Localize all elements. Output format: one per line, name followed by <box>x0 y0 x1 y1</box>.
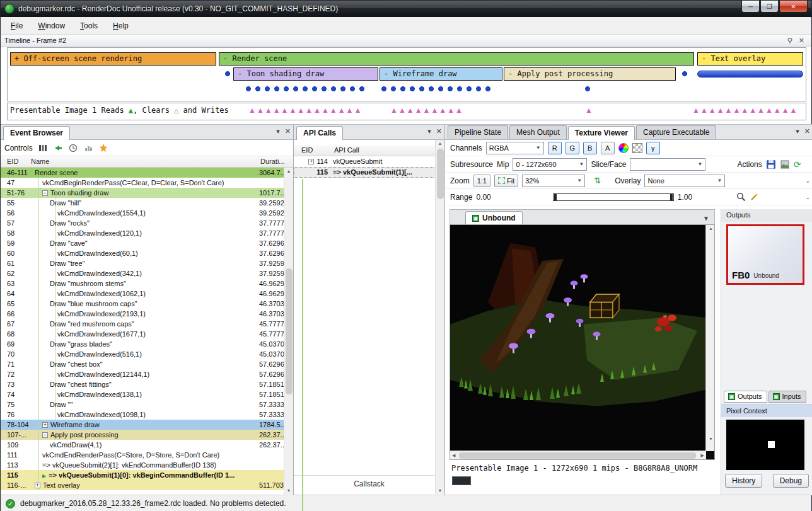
refresh-icon[interactable]: ⟳ <box>794 160 801 169</box>
texture-vertical-scrollbar[interactable]: ▲ ▼ <box>705 225 714 451</box>
api-call-row[interactable]: +114vkQueueSubmit <box>294 156 444 167</box>
timeline-draw-bar[interactable] <box>697 71 803 78</box>
draw-call-dot[interactable] <box>340 86 345 91</box>
timeline-resource-row[interactable]: Presentable Image 1 Reads ▲, Clears △ an… <box>7 103 806 120</box>
event-row[interactable]: 67Draw "red mushroom caps"45.77778 <box>1 319 293 329</box>
draw-call-dot[interactable] <box>391 86 396 91</box>
event-row[interactable]: 56vkCmdDrawIndexed(1554,1)39.25926 <box>1 208 293 218</box>
timeline-block-render-scene[interactable]: - Render scene <box>219 52 694 66</box>
event-row[interactable]: 46-111Render scene3064.7... <box>1 168 293 178</box>
tab-mesh-output[interactable]: Mesh Output <box>509 125 567 139</box>
time-draws-icon[interactable] <box>68 143 78 153</box>
draw-call-dot[interactable] <box>322 86 327 91</box>
red-channel-button[interactable]: R <box>548 142 562 154</box>
timeline-block-offscreen[interactable]: + Off-screen scene rendering <box>10 52 216 66</box>
event-row[interactable]: 109vkCmdDraw(4,1)262.37... <box>1 440 293 450</box>
event-row[interactable]: 78-104+Wireframe draw1784.5... <box>1 420 293 430</box>
event-row[interactable]: 69Draw "grass blades"45.03704 <box>1 339 293 349</box>
draw-call-dot[interactable] <box>246 86 251 91</box>
panel-close-icon[interactable]: ✕ <box>285 127 291 135</box>
event-row[interactable]: 71Draw "chest box"57.62963 <box>1 359 293 369</box>
event-row[interactable]: 72vkCmdDrawIndexed(12144,1)57.62963 <box>1 369 293 379</box>
event-row[interactable]: 64vkCmdDrawIndexed(1062,1)46.96296 <box>1 289 293 299</box>
alpha-channel-button[interactable]: A <box>601 142 615 154</box>
pixel-context-view[interactable] <box>726 420 804 470</box>
menu-window[interactable]: Window <box>30 19 72 33</box>
api-calls-column-header[interactable]: EID API Call <box>294 145 444 156</box>
event-row[interactable]: 116-...+Text overlay511.7037 <box>1 480 293 490</box>
overlay-combo[interactable]: None▼ <box>644 175 725 187</box>
blue-channel-button[interactable]: B <box>583 142 597 154</box>
texture-horizontal-scrollbar[interactable]: ◀ ▶ <box>450 451 706 459</box>
draw-call-dot[interactable] <box>359 86 364 91</box>
tab-texture-viewer[interactable]: Texture Viewer <box>568 126 635 140</box>
timeline-block-toon-shading[interactable]: - Toon shading draw <box>233 67 378 81</box>
draw-call-dot[interactable] <box>485 86 490 91</box>
event-browser-scrollbar[interactable]: ▲ ▼ <box>284 168 293 494</box>
menu-tools[interactable]: Tools <box>72 19 105 33</box>
column-eid[interactable]: EID <box>294 145 333 156</box>
event-row[interactable]: 107-...−Apply post processing262.37... <box>1 430 293 440</box>
timeline-dot-run-2[interactable] <box>381 86 490 91</box>
event-row[interactable]: 68vkCmdDrawIndexed(1677,1)45.77778 <box>1 329 293 339</box>
flip-y-icon[interactable]: ⇅ <box>594 176 601 185</box>
tab-pipeline-state[interactable]: Pipeline State <box>448 125 508 139</box>
range-min-handle[interactable] <box>554 194 557 200</box>
draw-call-dot[interactable] <box>265 86 270 91</box>
menu-file[interactable]: File <box>3 19 30 33</box>
writes-triangle-run-4[interactable]: ▲▲▲▲▲▲▲▲▲▲▲▲▲ <box>692 106 798 115</box>
draw-call-dot[interactable] <box>585 86 590 91</box>
maximize-button[interactable]: ❐ <box>760 1 779 13</box>
goto-eid-icon[interactable] <box>53 143 63 153</box>
tab-outputs[interactable]: ▣Outputs <box>724 391 767 403</box>
expand-expander-icon[interactable]: + <box>308 159 314 164</box>
event-row[interactable]: 66vkCmdDrawIndexed(2193,1)46.37037 <box>1 309 293 319</box>
draw-call-dot[interactable] <box>284 86 289 91</box>
draw-call-dot[interactable] <box>429 86 434 91</box>
export-texture-icon[interactable] <box>780 159 790 169</box>
event-row[interactable]: 70vkCmdDrawIndexed(516,1)45.03704 <box>1 349 293 359</box>
draw-call-dot[interactable] <box>255 86 260 91</box>
api-call-row[interactable]: 115=> vkQueueSubmit(1)[... <box>294 167 444 178</box>
timeline-dot-run-3[interactable] <box>585 86 590 91</box>
minimize-button[interactable]: ─ <box>741 1 760 13</box>
panel-menu-chevron-icon[interactable]: ▾ <box>427 127 431 135</box>
timeline-block-wireframe[interactable]: - Wireframe draw <box>380 67 502 81</box>
timeline-block-post-processing[interactable]: - Apply post processing <box>504 67 676 81</box>
tab-api-calls[interactable]: API Calls <box>296 126 343 140</box>
event-row[interactable]: 59Draw "cave"37.62963 <box>1 238 293 248</box>
columns-icon[interactable] <box>38 143 48 153</box>
tab-unbound-texture[interactable]: ▣ Unbound <box>465 211 523 224</box>
timeline-dot-run-1[interactable] <box>246 86 364 91</box>
autofit-wand-icon[interactable] <box>750 192 759 202</box>
fit-button[interactable]: Fit <box>494 175 518 187</box>
event-row[interactable]: 61Draw "tree"37.92593 <box>1 258 293 268</box>
event-row[interactable]: 55Draw "hill"39.25926 <box>1 198 293 208</box>
event-row[interactable]: 47vkCmdBeginRenderPass(C=Clear, D=Clear,… <box>1 178 293 188</box>
expand-expander-icon[interactable]: + <box>42 422 48 428</box>
title-bar[interactable]: debugmarker.rdc - RenderDoc Unofficial r… <box>1 1 811 17</box>
zoom-percent-combo[interactable]: 32%▼ <box>522 175 585 187</box>
event-row[interactable]: 65Draw "blue mushroom caps"46.37037 <box>1 299 293 309</box>
toolbar-overflow-icon[interactable]: ⌄ <box>805 194 810 200</box>
panel-menu-chevron-icon[interactable]: ▾ <box>276 127 280 135</box>
fb0-thumbnail[interactable]: FB0 Unbound <box>726 224 804 285</box>
writes-triangle-run-2[interactable]: ▲▲▲▲▲▲▲▲▲ <box>390 106 463 115</box>
event-row[interactable]: 73Draw "chest fittings"57.18518 <box>1 379 293 389</box>
draw-call-dot[interactable] <box>400 86 405 91</box>
zoom-range-icon[interactable] <box>736 192 746 202</box>
range-max-handle[interactable] <box>670 194 673 200</box>
draw-call-dot[interactable] <box>410 86 415 91</box>
collapse-expander-icon[interactable]: − <box>42 432 48 438</box>
collapse-expander-icon[interactable]: − <box>42 190 48 196</box>
save-texture-icon[interactable] <box>766 159 776 169</box>
draw-call-dot[interactable] <box>350 86 355 91</box>
timeline-block-text-overlay[interactable]: - Text overlay <box>697 52 803 66</box>
event-row[interactable]: 60vkCmdDrawIndexed(60,1)37.62963 <box>1 248 293 258</box>
range-slider[interactable] <box>553 193 674 201</box>
draw-call-dot[interactable] <box>312 86 317 91</box>
writes-triangle-run-1[interactable]: ▲▲▲▲▲▲▲▲▲▲▲▲▲▲ <box>248 106 362 115</box>
pin-icon[interactable]: ⚲ <box>784 37 796 45</box>
texture-tab-chevron-icon[interactable]: ▼ <box>703 215 714 224</box>
tab-capture-executable[interactable]: Capture Executable <box>636 125 716 139</box>
